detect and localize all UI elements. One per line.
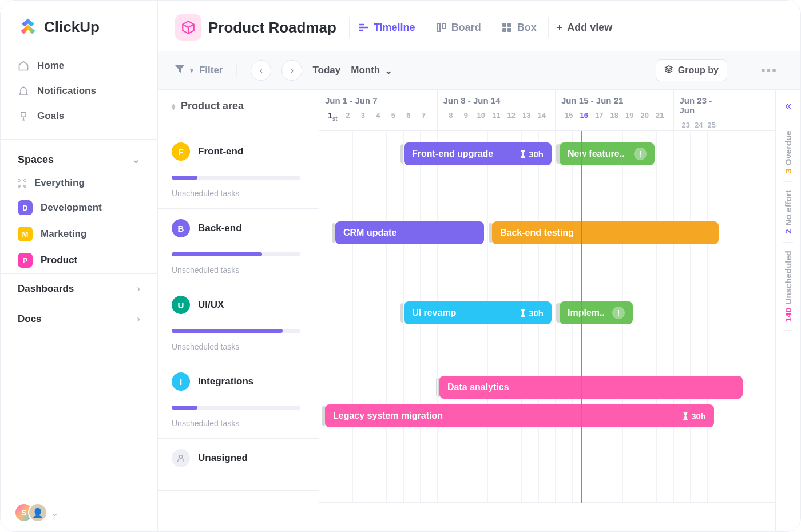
bell-icon: [18, 85, 29, 97]
tab-board[interactable]: Board: [427, 17, 489, 38]
prev-button[interactable]: ‹: [251, 60, 271, 81]
svg-point-6: [179, 455, 182, 458]
unscheduled-label: Unscheduled tasks: [172, 342, 305, 351]
progress-bar: [172, 176, 300, 180]
space-badge: P: [18, 253, 33, 268]
tab-timeline[interactable]: Timeline: [349, 17, 423, 38]
board-icon: [435, 22, 447, 33]
unscheduled-label: Unscheduled tasks: [172, 419, 305, 428]
space-badge: D: [18, 200, 33, 215]
timeline-leftcol: ▴▾ Product area FFront-end Unscheduled t…: [158, 90, 319, 531]
time-estimate: 30h: [520, 149, 544, 159]
stat-no-effort[interactable]: 2 No effort: [783, 182, 793, 243]
groupby-button[interactable]: Group by: [656, 59, 727, 81]
timeline-row: Front-end upgrade30hNew feature..!: [319, 131, 775, 211]
sidebar-space-product[interactable]: PProduct: [1, 247, 157, 273]
space-icon: [175, 14, 201, 41]
stat-overdue[interactable]: 3 Overdue: [783, 122, 793, 182]
group-integrations[interactable]: IIntegrations Unscheduled tasks: [158, 362, 319, 439]
toolbar: ▼ Filter ‹ › Today Month ⌄ Group by •••: [158, 51, 800, 90]
alert-icon: !: [612, 307, 625, 319]
app-name: ClickUp: [44, 18, 100, 36]
avatar: 👤: [28, 503, 47, 522]
user-menu[interactable]: S 👤 ⌄: [1, 494, 157, 531]
spaces-header[interactable]: Spaces ⌄: [1, 144, 157, 172]
caret-down-icon: ▼: [189, 68, 195, 74]
svg-rect-3: [507, 23, 511, 27]
today-line: [581, 131, 582, 503]
clickup-logo-icon: [18, 17, 38, 37]
nav-label: Home: [37, 60, 64, 72]
timeline-row: CRM updateBack-end testing: [319, 211, 775, 291]
unassigned-icon: [172, 449, 190, 467]
group-badge: U: [172, 296, 190, 314]
task-bar[interactable]: Implem..!: [560, 301, 633, 324]
timeline-grid: Jun 1 - Jun 71st234567Jun 8 - Jun 148910…: [319, 90, 775, 531]
sidebar-docs[interactable]: Docs ›: [1, 304, 157, 334]
filter-button[interactable]: ▼ Filter: [175, 65, 223, 76]
chevron-down-icon: ⌄: [384, 65, 392, 77]
collapse-panel-button[interactable]: «: [785, 99, 791, 112]
task-bar[interactable]: Back-end testing: [492, 221, 719, 244]
topbar: Product Roadmap Timeline Board Box + Add…: [158, 1, 800, 51]
task-bar[interactable]: New feature..!: [560, 142, 655, 165]
layers-icon: [664, 65, 673, 76]
nav-primary: Home Notifications Goals: [1, 47, 157, 134]
week-header: Jun 8 - Jun 14891011121314: [438, 90, 556, 130]
everything-icon: [18, 179, 26, 188]
group-unasigned[interactable]: Unasigned: [158, 439, 319, 491]
group-ui/ux[interactable]: UUI/UX Unscheduled tasks: [158, 285, 319, 362]
sort-icon: ▴▾: [172, 103, 175, 110]
group-badge: F: [172, 142, 190, 161]
stat-unscheduled[interactable]: 140 Unscheduled: [783, 243, 793, 331]
alert-icon: !: [634, 148, 647, 160]
nav-notifications[interactable]: Notifications: [10, 78, 148, 104]
sidebar-everything[interactable]: Everything: [1, 172, 157, 194]
task-bar[interactable]: UI revamp30h: [404, 301, 552, 324]
filter-icon: [175, 65, 184, 76]
group-front-end[interactable]: FFront-end Unscheduled tasks: [158, 132, 319, 209]
add-view-button[interactable]: + Add view: [548, 17, 621, 38]
svg-rect-0: [437, 23, 440, 31]
nav-label: Notifications: [37, 85, 96, 97]
today-button[interactable]: Today: [312, 65, 340, 76]
chevron-down-icon: ⌄: [51, 507, 58, 518]
timeline-row: UI revamp30hImplem..!: [319, 291, 775, 371]
sidebar-space-marketing[interactable]: MMarketing: [1, 221, 157, 247]
home-icon: [18, 60, 29, 72]
plus-icon: +: [557, 22, 563, 34]
task-bar[interactable]: Data analytics: [439, 376, 743, 399]
nav-home[interactable]: Home: [10, 53, 148, 78]
timeline-row: [319, 451, 775, 503]
unscheduled-label: Unscheduled tasks: [172, 189, 305, 198]
week-header: Jun 1 - Jun 71st234567: [319, 90, 438, 130]
more-menu[interactable]: •••: [755, 63, 783, 78]
next-button[interactable]: ›: [281, 60, 302, 81]
svg-rect-1: [442, 23, 445, 29]
chevron-down-icon: ⌄: [132, 153, 140, 166]
timeline-row: Data analyticsLegacy system migration30h: [319, 371, 775, 451]
app-logo[interactable]: ClickUp: [1, 1, 157, 47]
task-bar[interactable]: CRM update: [335, 221, 484, 244]
svg-rect-5: [507, 28, 511, 32]
svg-rect-2: [502, 23, 506, 27]
nav-label: Goals: [37, 110, 64, 122]
sidebar-space-development[interactable]: DDevelopment: [1, 194, 157, 221]
group-back-end[interactable]: BBack-end Unscheduled tasks: [158, 209, 319, 285]
box-icon: [501, 22, 513, 33]
range-selector[interactable]: Month ⌄: [351, 65, 392, 77]
right-panel: « 3 Overdue2 No effort140 Unscheduled: [775, 90, 800, 531]
svg-rect-4: [502, 28, 506, 32]
group-badge: B: [172, 219, 190, 237]
chevron-right-icon: ›: [137, 313, 140, 325]
task-bar[interactable]: Front-end upgrade30h: [404, 142, 552, 165]
time-estimate: 30h: [520, 308, 544, 318]
page-title: Product Roadmap: [208, 19, 336, 37]
column-header[interactable]: ▴▾ Product area: [158, 90, 319, 132]
progress-bar: [172, 252, 300, 256]
progress-bar: [172, 406, 300, 410]
nav-goals[interactable]: Goals: [10, 104, 148, 129]
sidebar-dashboards[interactable]: Dashboards ›: [1, 273, 157, 304]
tab-box[interactable]: Box: [493, 17, 545, 38]
task-bar[interactable]: Legacy system migration30h: [325, 404, 714, 427]
